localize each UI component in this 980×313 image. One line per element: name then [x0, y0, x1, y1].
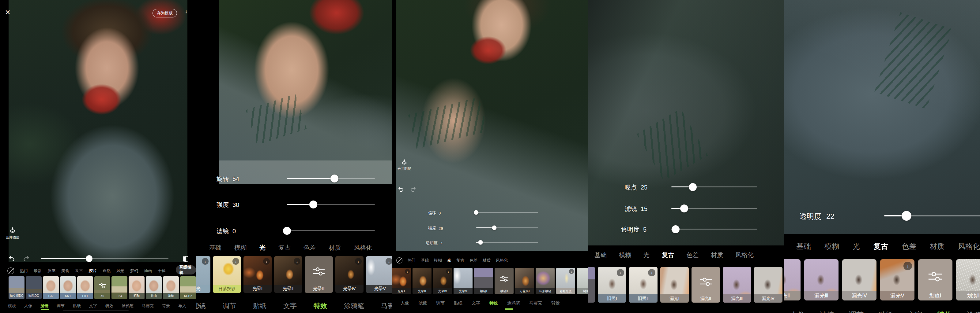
tab-item[interactable]: 调节 [436, 300, 445, 306]
effect-card[interactable]: ↓ 光晕Ⅳ [335, 256, 364, 293]
category-item[interactable]: 复古 [75, 268, 83, 273]
slider-knob[interactable] [309, 201, 317, 209]
effect-card[interactable]: ↓ 漏光Ⅴ [880, 259, 915, 300]
category-item-selected[interactable]: 光 [259, 243, 266, 252]
effect-card[interactable]: ↓ 光晕Ⅱ [392, 268, 411, 294]
scrollbar-thumb[interactable] [505, 308, 513, 310]
category-item-selected[interactable]: 复古 [662, 251, 674, 259]
effect-card[interactable]: ↓ 旧照Ⅱ [629, 267, 657, 303]
redo-icon[interactable] [410, 186, 417, 193]
category-item-selected[interactable]: 光 [447, 258, 451, 263]
effect-card[interactable]: 光晕Ⅲ [412, 268, 431, 294]
effect-card[interactable]: 漏光Ⅳ [842, 259, 877, 300]
category-item[interactable]: 基础 [209, 243, 221, 252]
effect-card[interactable]: ↓ 光晕Ⅴ [366, 256, 392, 293]
tab-item[interactable]: 调节 [849, 310, 864, 313]
category-item[interactable]: 风格化 [735, 251, 754, 259]
effect-card-selected[interactable]: 划痕Ⅰ [918, 259, 953, 300]
no-filter-icon[interactable] [7, 267, 14, 274]
category-item[interactable]: 千禧 [158, 268, 166, 273]
tab-item[interactable]: 马赛克 [381, 301, 392, 311]
effect-card[interactable]: ↓ 光晕Ⅰ [243, 256, 272, 293]
slider-knob[interactable] [331, 174, 339, 182]
tab-item[interactable]: 调节 [57, 303, 65, 309]
category-item-selected[interactable]: 复古 [873, 242, 888, 251]
advanced-edit-button[interactable]: 高级编辑 [176, 265, 196, 275]
noise-slider[interactable] [671, 187, 757, 187]
effect-card[interactable]: 划痕Ⅱ [956, 259, 980, 300]
category-item[interactable]: 材质 [329, 243, 341, 252]
slider-knob[interactable] [671, 225, 679, 233]
tab-item[interactable]: 背景 [162, 303, 170, 309]
effect-card[interactable] [588, 267, 595, 303]
category-item-selected[interactable]: 胶片 [89, 268, 97, 273]
category-item[interactable]: 风格化 [958, 242, 980, 251]
tab-item-selected[interactable]: 特效 [489, 300, 498, 306]
filter-card[interactable]: KCP2 [180, 276, 196, 299]
undo-icon[interactable] [8, 255, 15, 262]
slider-knob[interactable] [902, 211, 912, 221]
category-item[interactable]: 模糊 [234, 243, 247, 252]
category-item[interactable]: 光 [853, 242, 860, 251]
close-button[interactable]: ✕ [5, 9, 10, 16]
filter-slider[interactable] [671, 208, 757, 209]
merge-layers-button[interactable]: 合并图层 [5, 227, 20, 240]
effect-card[interactable]: 光晕Ⅴ [453, 268, 473, 294]
category-item[interactable]: 基础 [595, 251, 607, 259]
filter-card-selected[interactable]: X5 [94, 276, 110, 299]
filter-card[interactable]: FS4 [111, 276, 127, 299]
tab-item[interactable]: 滤镜 [819, 310, 834, 313]
category-item[interactable]: 热门 [20, 268, 28, 273]
category-item[interactable]: 色差 [902, 242, 916, 251]
tab-item[interactable]: 人像 [401, 300, 409, 306]
tab-item[interactable]: 涂鸦笔 [344, 301, 364, 311]
tab-item[interactable]: 调节 [223, 301, 236, 311]
category-item[interactable]: 色差 [304, 243, 316, 252]
tab-item[interactable]: 涂鸦笔 [507, 300, 520, 306]
category-item[interactable]: 基础 [421, 258, 429, 263]
effect-card[interactable]: ↓ 旧照Ⅰ [598, 267, 626, 303]
category-item[interactable]: 模糊 [619, 251, 631, 259]
tab-item[interactable]: 贴纸 [73, 303, 81, 309]
offset-slider[interactable] [476, 212, 538, 213]
category-item[interactable]: 材质 [483, 258, 491, 263]
category-item[interactable]: 复古 [456, 258, 464, 263]
filter-card[interactable]: 海鸥DC [26, 276, 41, 299]
category-item[interactable]: 热门 [407, 258, 415, 263]
filter-slider[interactable] [287, 230, 375, 231]
download-icon[interactable]: ↓ [183, 9, 189, 15]
category-item[interactable]: 自然 [103, 268, 111, 273]
opacity-slider[interactable] [671, 229, 757, 229]
tab-item[interactable]: 马赛克 [142, 303, 154, 309]
tab-item[interactable]: 滤镜 [196, 301, 206, 311]
category-item[interactable]: 材质 [930, 242, 945, 251]
strength-slider[interactable] [287, 204, 375, 205]
filter-card[interactable]: 拍立得DC [9, 276, 24, 299]
effect-card[interactable]: 棱镜Ⅰ [474, 268, 493, 294]
filter-card[interactable]: EK1 [77, 276, 93, 299]
tab-item[interactable]: 贴纸 [454, 300, 463, 306]
category-item[interactable]: 风景 [116, 268, 124, 273]
category-item[interactable]: 基础 [796, 242, 811, 251]
category-item[interactable]: 模糊 [434, 258, 442, 263]
tab-item[interactable]: 导入 [178, 303, 186, 309]
effect-card-selected[interactable]: 漏光Ⅱ [692, 267, 720, 303]
tab-item[interactable]: 文字 [89, 303, 97, 309]
category-item[interactable]: 质感 [48, 268, 56, 273]
filter-card[interactable]: 花椿 [163, 276, 179, 299]
effect-card[interactable]: 万花筒Ⅰ [515, 268, 534, 294]
tab-item[interactable]: 人像 [24, 303, 32, 309]
tab-item[interactable]: 涂鸦笔 [967, 310, 980, 313]
effect-card[interactable]: 漏光Ⅲ [804, 259, 838, 300]
photo-canvas[interactable] [9, 0, 188, 262]
slider-knob[interactable] [474, 210, 479, 215]
effect-card[interactable]: ↓ 光晕Ⅱ [274, 256, 302, 293]
effect-card[interactable]: 环形棱镜 [536, 268, 555, 294]
tab-item[interactable]: 滤镜 [418, 300, 427, 306]
tab-item-selected[interactable]: 特效 [937, 310, 952, 313]
category-item[interactable]: 模糊 [824, 242, 839, 251]
category-item[interactable]: 油画 [144, 268, 152, 273]
strength-slider[interactable] [476, 228, 538, 228]
effect-card[interactable]: 漏光Ⅳ [754, 267, 783, 303]
filter-card[interactable]: 昭和 [129, 276, 145, 299]
